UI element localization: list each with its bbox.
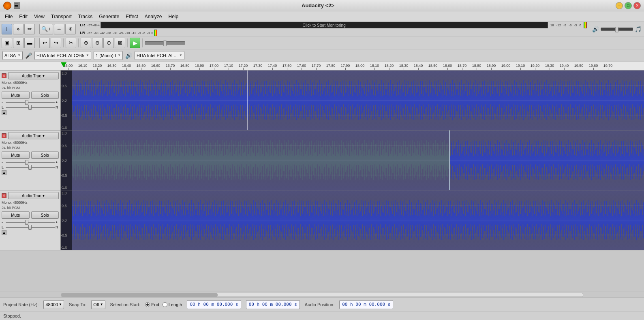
track-3-name-btn[interactable]: Audio Trac ▼ — [8, 192, 59, 199]
silence-tool[interactable]: ▬ — [24, 38, 35, 48]
project-rate-dropdown[interactable]: 48000 — [43, 300, 64, 309]
track-1-gain-slider[interactable] — [6, 102, 55, 103]
track-1-name-btn[interactable]: Audio Trac ▼ — [8, 72, 59, 79]
track-2-name-btn[interactable]: Audio Trac ▼ — [8, 132, 59, 139]
menu-tracks[interactable]: Tracks — [75, 13, 96, 20]
track-3-expand-btn[interactable]: ▲ — [2, 230, 59, 235]
zoom-sel-btn[interactable]: ⊙ — [103, 38, 114, 48]
ruler-label-36: 19.60 — [589, 64, 598, 68]
end-radio-btn[interactable] — [145, 302, 150, 307]
track-3-pan-knob[interactable] — [28, 225, 32, 230]
zoom-out-btn[interactable]: ⊖ — [92, 38, 103, 48]
ruler-mark-36: 19.60 — [586, 64, 601, 70]
track-1-mute-btn[interactable]: Mute — [2, 92, 30, 99]
zoom-fit-all-btn[interactable]: ⊠ — [115, 38, 125, 48]
vu-click-start[interactable]: Click to Start Monitoring — [101, 22, 548, 28]
track-3-mute-btn[interactable]: Mute — [2, 211, 30, 219]
ruler-mark-20: 18.00 — [353, 64, 367, 70]
crop-tool[interactable]: ⊞ — [13, 38, 24, 48]
track-2-gain-slider[interactable] — [6, 162, 55, 163]
selection-end-value[interactable]: 00 h 00 m 00.000 s — [246, 300, 300, 309]
menu-edit[interactable]: Edit — [16, 13, 31, 20]
track-2-expand-btn[interactable]: ▲ — [2, 170, 59, 175]
track-2-close[interactable]: ✕ — [2, 133, 6, 138]
playback-slider-knob[interactable] — [615, 27, 618, 32]
ruler-label-23: 18.30 — [399, 64, 409, 68]
track-1-close[interactable]: ✕ — [2, 73, 6, 78]
track-3-gain-slider[interactable] — [6, 222, 55, 223]
ruler-label-29: 18.90 — [487, 64, 496, 68]
menu-transport[interactable]: Transport — [48, 13, 75, 20]
ruler-mark-6: 16.60 — [148, 64, 163, 70]
h-scrollbar[interactable] — [0, 292, 644, 297]
select-all-tool[interactable]: ▣ — [2, 38, 12, 48]
speed-slider-knob[interactable] — [163, 41, 167, 46]
track-2-waveform[interactable]: 1.0 0.5 0.0 -0.5 -1.0 — [61, 130, 644, 190]
toolbar-pencil-tool[interactable]: ✏ — [24, 24, 35, 34]
menu-help[interactable]: Help — [165, 13, 182, 20]
zoom-fit-btn[interactable]: ↔ — [54, 24, 64, 34]
end-radio[interactable]: End — [145, 302, 159, 307]
window-menu-icon[interactable]: ☰ — [14, 2, 20, 9]
speed-slider[interactable] — [145, 41, 185, 45]
track-3-close[interactable]: ✕ — [2, 193, 6, 198]
playback-meter-icon[interactable]: 🔊 — [591, 25, 600, 33]
ruler-label-24: 18.40 — [414, 64, 423, 68]
track-1-expand-btn[interactable]: ▲ — [2, 110, 59, 115]
toolbar-selector-tool[interactable]: I — [2, 24, 12, 34]
zoom-in-btn2[interactable]: ⊕ — [81, 38, 91, 48]
h-scrollbar-thumb[interactable] — [61, 293, 218, 297]
sep7 — [127, 38, 128, 47]
track-1-solo-btn[interactable]: Solo — [31, 92, 59, 99]
ruler-mark-19: 17.90 — [338, 64, 353, 70]
audio-system-select[interactable]: ALSA — [2, 51, 23, 60]
track-2-pan-knob[interactable] — [28, 165, 32, 170]
selection-start-value[interactable]: 00 h 00 m 00.000 s — [187, 300, 241, 309]
ruler-tick-4 — [126, 68, 127, 70]
multi-tool-btn[interactable]: ✳ — [65, 24, 76, 34]
channel-select[interactable]: 1 (Mono) I — [94, 51, 123, 60]
menu-generate[interactable]: Generate — [96, 13, 122, 20]
sep3 — [589, 25, 589, 34]
h-scrollbar-track[interactable] — [61, 293, 583, 297]
menu-view[interactable]: View — [31, 13, 48, 20]
track-2-gain-knob[interactable] — [25, 160, 28, 165]
track-1-waveform[interactable]: 1.0 0.5 0.0 -0.5 -1.0 — [61, 70, 644, 130]
length-radio-btn[interactable] — [163, 302, 167, 307]
snap-to-dropdown[interactable]: Off — [91, 300, 105, 309]
track-1-gain-knob[interactable] — [25, 100, 28, 105]
track-3-waveform[interactable]: 1.0 0.5 0.0 -0.5 -1.0 — [61, 190, 644, 250]
menu-effect[interactable]: Effect — [122, 13, 141, 20]
track-1-pan-knob[interactable] — [28, 105, 32, 110]
track-2-solo-btn[interactable]: Solo — [31, 151, 59, 159]
track-3-solo-btn[interactable]: Solo — [31, 211, 59, 219]
ruler-label-37: 19.70 — [603, 64, 613, 68]
redo-btn[interactable]: ↪ — [51, 38, 61, 48]
track-3-pan-slider[interactable] — [6, 227, 55, 228]
close-button[interactable]: ✕ — [633, 2, 641, 9]
output-device-select[interactable]: HDA Intel PCH: AL... — [135, 51, 184, 60]
status-bar: Stopped. — [0, 311, 644, 320]
toolbar-envelope-tool[interactable]: ⋄ — [13, 24, 24, 34]
track-2-mute-btn[interactable]: Mute — [2, 151, 30, 159]
length-radio[interactable]: Length — [163, 302, 182, 307]
audio-position-value[interactable]: 00 h 00 m 00.000 s — [339, 300, 393, 309]
track-1-pan-slider[interactable] — [6, 107, 55, 108]
menu-file[interactable]: File — [2, 13, 16, 20]
timeline-ruler[interactable]: 16.0016.1016.2016.3016.4016.5016.6016.70… — [0, 62, 644, 70]
input-device-select[interactable]: HDA Intel PCH: ALC265 — [34, 51, 91, 60]
playback-slider[interactable] — [601, 28, 633, 31]
track-2-pan-slider[interactable] — [6, 167, 55, 168]
minimize-button[interactable]: – — [616, 2, 623, 9]
selection-start-label: Selection Start: — [110, 302, 141, 307]
sep1 — [37, 25, 37, 34]
zoom-in-btn[interactable]: 🔍+ — [39, 24, 53, 34]
track-3-gain-knob[interactable] — [25, 220, 28, 225]
ruler-mark-31: 19.10 — [513, 64, 528, 70]
menu-analyze[interactable]: Analyze — [141, 13, 165, 20]
trim-audio-btn[interactable]: ✂ — [66, 38, 76, 48]
ruler-label-11: 17.10 — [224, 64, 233, 68]
maximize-button[interactable]: □ — [625, 2, 632, 9]
play-at-speed-btn[interactable]: ▶ — [130, 38, 140, 48]
undo-btn[interactable]: ↩ — [39, 38, 50, 48]
